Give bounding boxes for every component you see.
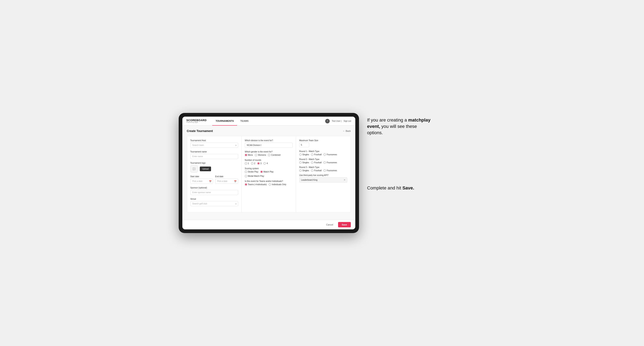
gender-mens-radio[interactable]: [245, 154, 247, 156]
round2-singles[interactable]: Singles: [299, 162, 309, 164]
division-select[interactable]: NCAA Division I NCAA Division II NCAA Di…: [245, 143, 292, 148]
round-3[interactable]: 3: [257, 162, 262, 165]
round-1-radio[interactable]: [245, 162, 247, 165]
end-date-label: End date: [215, 175, 238, 177]
round-3-radio[interactable]: [257, 162, 260, 165]
teams-label-text: Teams (+Individuals): [248, 183, 267, 185]
round3-fourball[interactable]: Fourball: [311, 170, 322, 172]
page-wrapper: SCOREBOARD Powered by clippit TOURNAMENT…: [179, 113, 466, 233]
annotations: If you are creating a matchplay event, y…: [367, 113, 466, 191]
scoring-stroke-label: Stroke Play: [248, 171, 258, 173]
start-date-label: Start date: [190, 175, 213, 177]
annotation-bottom: Complete and hit Save.: [367, 185, 424, 191]
gender-womens-radio[interactable]: [255, 154, 257, 156]
round1-fourball-radio[interactable]: [311, 154, 313, 156]
tournament-logo-label: Tournament logo: [190, 162, 238, 164]
round2-fourball[interactable]: Fourball: [311, 162, 322, 164]
sponsor-label: Sponsor (optional): [190, 187, 238, 189]
logo-upload-area: Upload: [190, 165, 238, 173]
round2-label: Round 2 - Match Type: [299, 158, 347, 161]
round-2-label: 2: [254, 162, 255, 165]
venue-label: Venue: [190, 198, 238, 200]
round2-fourball-label: Fourball: [314, 162, 322, 164]
form-grid: Tournament Host ▾ Tournament name Tourna: [187, 136, 351, 213]
scoring-medal-radio[interactable]: [245, 175, 247, 177]
gender-mens[interactable]: Mens: [245, 154, 253, 156]
tournament-host-input[interactable]: [190, 143, 238, 148]
round3-foursomes[interactable]: Foursomes: [324, 170, 337, 172]
individuals-option[interactable]: Individuals Only: [268, 183, 286, 185]
end-date-wrapper: 📅: [215, 179, 238, 184]
individuals-radio[interactable]: [268, 183, 271, 185]
round3-fourball-radio[interactable]: [311, 170, 313, 172]
round2-radio-group: Singles Fourball Foursomes: [299, 162, 347, 164]
round3-radio-group: Singles Fourball Foursomes: [299, 170, 347, 172]
round3-singles-label: Singles: [302, 170, 309, 172]
scoring-match-radio[interactable]: [260, 171, 263, 173]
logo-preview: [190, 165, 198, 173]
gender-mens-label: Mens: [248, 154, 253, 156]
tournament-host-group: Tournament Host ▾: [190, 139, 238, 148]
logo-sub: Powered by clippit: [186, 122, 207, 123]
tab-tournaments[interactable]: TOURNAMENTS: [212, 117, 237, 126]
search-icon: ▾: [236, 144, 236, 146]
round-4[interactable]: 4: [264, 162, 268, 165]
avatar: T: [325, 119, 330, 123]
scoring-medal[interactable]: Medal Match Play: [245, 175, 264, 177]
teams-radio[interactable]: [245, 183, 247, 185]
scoring-stroke-radio[interactable]: [245, 171, 247, 173]
sponsor-input[interactable]: [190, 190, 238, 195]
round1-fourball[interactable]: Fourball: [311, 154, 322, 156]
annotation-bottom-text: Complete and hit: [367, 185, 402, 190]
round3-singles[interactable]: Singles: [299, 170, 309, 172]
api-label: Use third-party live scoring API?: [299, 174, 347, 176]
venue-input[interactable]: [190, 201, 238, 206]
nav-tabs: TOURNAMENTS TEAMS: [212, 117, 325, 126]
form-col-3: Maximum Team Size Round 1 - Match Type S…: [296, 136, 350, 212]
rounds-group: Number of rounds 1 2: [245, 159, 292, 165]
annotation-top: If you are creating a matchplay event, y…: [367, 117, 433, 136]
round2-section: Round 2 - Match Type Singles Fourball: [299, 158, 347, 164]
tournament-name-input[interactable]: [190, 154, 238, 159]
round3-foursomes-radio[interactable]: [324, 170, 326, 172]
gender-combined-radio[interactable]: [268, 154, 270, 156]
signout-link[interactable]: Sign out: [344, 120, 351, 122]
round-4-radio[interactable]: [264, 162, 266, 165]
round2-foursomes-radio[interactable]: [324, 162, 326, 164]
round2-foursomes[interactable]: Foursomes: [324, 162, 337, 164]
scoring-stroke[interactable]: Stroke Play: [245, 171, 258, 173]
round1-singles[interactable]: Singles: [299, 154, 309, 156]
scoring-match[interactable]: Match Play: [260, 171, 274, 173]
gender-radio-group: Mens Womens Combined: [245, 154, 292, 156]
logo-text: SCOREBOARD: [186, 119, 207, 122]
teams-option[interactable]: Teams (+Individuals): [245, 183, 267, 185]
navbar: SCOREBOARD Powered by clippit TOURNAMENT…: [182, 117, 355, 126]
api-remove-icon[interactable]: ✕: [344, 179, 346, 181]
gender-combined[interactable]: Combined: [268, 154, 280, 156]
annotation-bottom-bold: Save.: [402, 185, 414, 190]
round2-fourball-radio[interactable]: [311, 162, 313, 164]
upload-button[interactable]: Upload: [200, 167, 211, 171]
round1-label: Round 1 - Match Type: [299, 150, 347, 153]
gender-group: Which gender is the event for? Mens Wome…: [245, 151, 292, 156]
end-date-group: End date 📅: [215, 175, 238, 184]
round-2[interactable]: 2: [251, 162, 255, 165]
gender-womens[interactable]: Womens: [255, 154, 266, 156]
round-1[interactable]: 1: [245, 162, 249, 165]
round-2-radio[interactable]: [251, 162, 253, 165]
cancel-button[interactable]: Cancel: [323, 222, 336, 227]
round3-singles-radio[interactable]: [299, 170, 302, 172]
round1-foursomes[interactable]: Foursomes: [324, 154, 337, 156]
save-button[interactable]: Save: [338, 222, 351, 227]
round1-singles-radio[interactable]: [299, 154, 302, 156]
round3-label: Round 3 - Match Type: [299, 166, 347, 169]
round1-foursomes-radio[interactable]: [324, 154, 326, 156]
api-group: Use third-party live scoring API? Leader…: [299, 174, 347, 182]
back-link[interactable]: ← Back: [343, 130, 351, 132]
max-team-size-input[interactable]: [299, 143, 309, 147]
tab-teams[interactable]: TEAMS: [237, 117, 252, 126]
venue-group: Venue ▾: [190, 198, 238, 206]
round3-fourball-label: Fourball: [314, 170, 322, 172]
round2-singles-radio[interactable]: [299, 162, 302, 164]
teams-label: Is this event for Teams and/or Individua…: [245, 180, 292, 182]
